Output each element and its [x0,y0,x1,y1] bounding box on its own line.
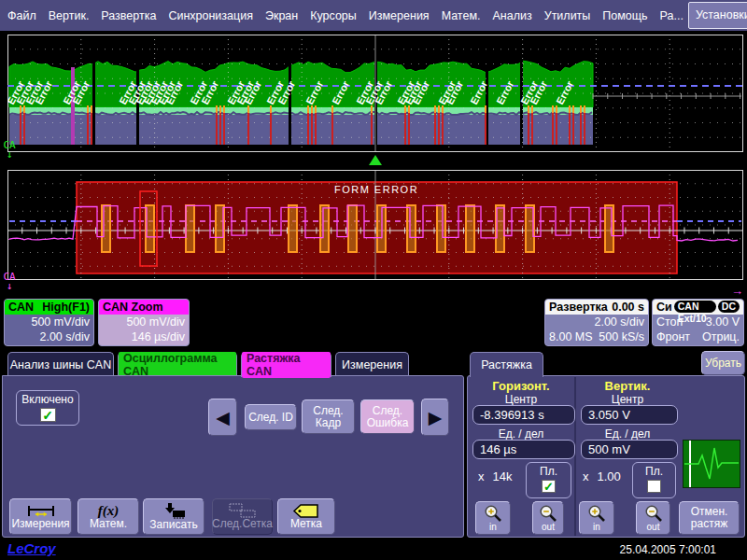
horizontal-variable-checkbox[interactable]: ✓ [542,480,556,493]
svg-text:FORM ERROR: FORM ERROR [334,184,418,195]
tag-icon [292,504,320,518]
lecroy-logo[interactable]: LeCroy [7,540,56,556]
descriptor-can-zoom-header: CAN Zoom [99,300,189,315]
zoom-trace-label: CA ↓ [1,273,18,291]
trigger-mode: Стоп [656,315,683,329]
vertical-title: Вертик. [576,379,679,393]
zoom-trace-arrow-icon: ↓ [1,282,18,291]
vertical-variable-group: Пл. [632,462,676,498]
store-memory-icon [161,503,187,519]
timebase-tdiv: 2.00 s/div [549,315,644,329]
ch1-tdiv: 2.00 s/div [8,329,90,344]
enabled-checkbox[interactable]: ✓ [40,408,56,422]
tab-zoom-panel[interactable]: Растяжка [470,352,543,377]
menu-math[interactable]: Матем. [437,9,486,22]
descriptor-trigger[interactable]: Си CAN Ext/10 DC Стоп 3.00 V Фронт Отриц… [652,299,744,346]
close-panel-button[interactable]: Убрать [701,351,745,375]
horizontal-unit-label: Ед. / дел [467,427,575,441]
check-icon: ✓ [543,480,554,494]
trigger-slope-label: Фронт [656,329,690,344]
menu-help[interactable]: Помощь [598,9,652,22]
menu-cursors[interactable]: Курсоры [305,9,361,22]
setup-button[interactable]: Установки [688,2,747,29]
horizontal-zoom-factor: x14k [478,469,512,483]
tab-can-oscillogram[interactable]: Осциллограмма CAN [118,352,237,376]
horizontal-variable-group: Пл. ✓ [526,462,571,498]
enabled-label: Включено [17,393,78,406]
ch1-vdiv: 500 mV/div [8,315,90,329]
vertical-zoom-in-button[interactable]: in [579,501,614,535]
magnifier-minus-icon [643,505,664,523]
check-icon: ✓ [42,408,53,423]
menu-display[interactable]: Экран [261,9,303,22]
math-button[interactable]: f(x) Матем. [78,498,139,535]
menu-measure[interactable]: Измерения [364,9,434,22]
descriptor-timebase[interactable]: Развертка0.00 s 2.00 s/div 8.00 MS 500 k… [544,299,649,346]
descriptor-can-high[interactable]: CANHigh(F1) 500 mV/div 2.00 s/div [4,299,94,346]
timebase-samples: 8.00 MS [549,329,593,344]
next-id-button[interactable]: След. ID [245,404,297,430]
menu-analysis[interactable]: Анализ [487,9,536,22]
tab-can-bus-analysis[interactable]: Анализ шины CAN [7,352,114,376]
menu-file[interactable]: Файл [3,9,41,22]
enabled-group: Включено ✓ [16,390,79,426]
descriptor-timebase-header: Развертка0.00 s [545,300,648,315]
store-button[interactable]: Записать [143,498,204,535]
preview-waveform-icon [684,441,740,487]
horizontal-center-field[interactable]: -8.396913 s [472,405,575,425]
trace-arrow-down-icon: ↓ [1,150,18,160]
vertical-unit-field[interactable]: 500 mV [581,440,678,459]
label-button[interactable]: Метка [277,498,335,535]
descriptor-trigger-header: Си CAN Ext/10 DC [653,300,743,315]
arrow-left-icon: ◀ [216,409,230,427]
trigger-position-icon [369,155,382,165]
trigger-coupling-badge: DC [718,301,740,313]
horizontal-zoom-in-button[interactable]: in [475,501,511,535]
horizontal-unit-field[interactable]: 146 µs [472,440,575,459]
tab-can-zoom[interactable]: Растяжка CAN [241,352,331,377]
trigger-source-badge: CAN Ext/10 [674,301,716,313]
zoom-tdiv: 146 µs/div [103,329,185,344]
magnifier-plus-icon [483,505,503,523]
next-grid-button[interactable]: След.Сетка [212,498,273,535]
trigger-level: 3.00 V [706,315,740,329]
vertical-unit-label: Ед. / дел [576,427,679,441]
vertical-variable-checkbox[interactable] [647,480,661,493]
next-grid-icon [229,503,257,518]
measure-gauge-icon [25,504,57,518]
menu-vertical[interactable]: Вертик. [44,9,94,22]
fx-icon: f(x) [98,504,120,518]
descriptor-can-high-header: CANHigh(F1) [5,300,93,315]
datetime: 25.04.2005 7:00:01 [620,543,716,556]
horizontal-zoom-out-button[interactable]: out [532,501,564,535]
menu-bar: Файл Вертик. Развертка Синхронизация Экр… [0,0,747,31]
next-error-button[interactable]: След.Ошибка [360,399,415,434]
trigger-level-arrow-icon: → [731,284,743,298]
timebase-rate: 500 kS/s [599,329,644,344]
zoom-waveform-grid: FORM ERROR [7,170,743,280]
magnifier-plus-icon [586,505,607,523]
next-button[interactable]: ▶ [421,399,449,436]
magnifier-minus-icon [538,505,558,523]
next-frame-button[interactable]: След.Кадр [302,399,355,434]
horizontal-center-label: Центр [467,393,575,406]
measure-button[interactable]: Измерения [9,498,72,535]
vertical-center-field[interactable]: 3.050 V [581,405,678,425]
arrow-right-icon: ▶ [429,409,443,427]
menu-trigger[interactable]: Синхронизация [163,9,258,22]
menu-timebase[interactable]: Развертка [96,9,161,22]
main-trace-label: CA ↓ [1,141,18,160]
menu-misc-truncated[interactable]: Ра... [655,9,688,22]
zoom-preview-thumbnail [683,440,740,488]
vertical-zoom-out-button[interactable]: out [636,501,670,535]
status-bar: LeCroy 25.04.2005 7:00:01 [0,539,747,560]
vertical-center-label: Центр [576,393,679,406]
tab-measurements[interactable]: Измерения [335,352,409,376]
menu-utilities[interactable]: Утилиты [540,9,596,22]
main-waveform-grid: ErrorErrorErrorErrorErrorErrorErrorError… [7,35,743,152]
horizontal-title: Горизонт. [467,379,575,393]
prev-button[interactable]: ◀ [208,399,237,436]
vertical-zoom-factor: x1.00 [583,469,621,483]
descriptor-can-zoom[interactable]: CAN Zoom 500 mV/div 146 µs/div [98,299,190,346]
undo-zoom-button[interactable]: Отмен.растяж [679,501,740,535]
